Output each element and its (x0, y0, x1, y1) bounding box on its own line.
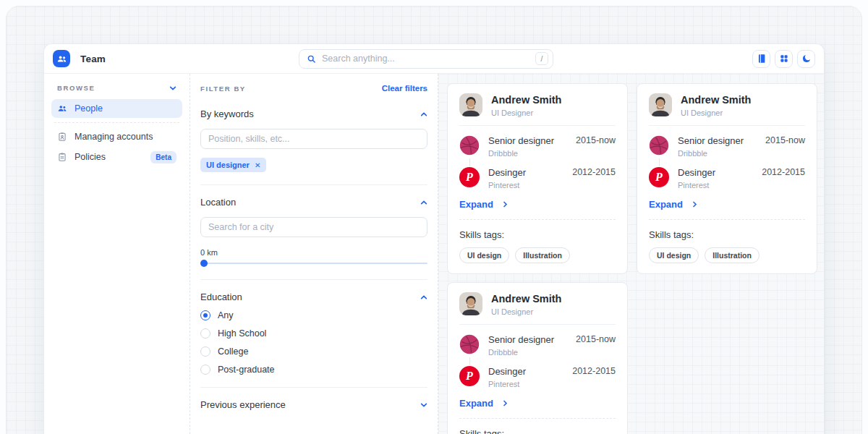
pinterest-icon: P (459, 366, 480, 386)
chevron-right-icon (502, 400, 509, 407)
skill-tag[interactable]: UI design (459, 247, 509, 263)
education-option-post-graduate[interactable]: Post-graduate (200, 365, 427, 375)
card-divider (459, 418, 616, 419)
timeline-entry: P Desinger Pinterest 2012-2015 (649, 167, 805, 190)
person-role: UI Designer (491, 109, 561, 117)
sidebar-section-header[interactable]: BROWSE (51, 84, 182, 99)
avatar (459, 93, 482, 116)
slider-thumb[interactable] (200, 260, 208, 267)
radio-selected-icon[interactable] (200, 310, 210, 320)
position-title: Desinger (678, 167, 715, 178)
position-title: Senior designer (678, 135, 744, 146)
period: 2015-now (576, 334, 616, 344)
avatar (459, 292, 482, 315)
keyword-tag-label: UI designer (206, 161, 250, 169)
search-bar[interactable]: / (299, 49, 553, 69)
company-name: Pinterest (488, 181, 526, 190)
clear-filters-link[interactable]: Clear filters (382, 84, 427, 93)
book-button[interactable] (752, 50, 770, 68)
position-title: Desinger (488, 167, 526, 178)
expand-button[interactable]: Expand (459, 398, 616, 409)
id-badge-icon (57, 132, 67, 142)
sidebar-item-label: Managing accounts (75, 132, 153, 142)
radio-icon[interactable] (200, 365, 210, 375)
chevron-up-icon (420, 111, 427, 118)
slider-track[interactable] (200, 263, 427, 264)
section-divider (200, 184, 427, 185)
sidebar-item-label: Policies (75, 152, 106, 162)
company-name: Pinterest (678, 181, 715, 190)
experience-label: Previous experience (200, 399, 286, 410)
skills-tags-label: Skills tags: (459, 229, 616, 240)
timeline-entry: P Desinger Pinterest 2012-2015 (459, 167, 616, 190)
person-card[interactable]: Andrew Smith UI Designer Senior designer… (447, 282, 628, 434)
sidebar-item-people[interactable]: People (51, 99, 182, 118)
city-search-input[interactable] (200, 217, 427, 237)
period: 2012-2015 (572, 167, 616, 177)
skill-tag[interactable]: Illustration (515, 247, 570, 263)
company-name: Dribbble (488, 149, 554, 158)
section-divider (200, 279, 427, 280)
skill-tag[interactable]: UI design (649, 247, 699, 263)
clipboard-icon (57, 152, 67, 162)
education-option-college[interactable]: College (200, 346, 427, 357)
sidebar: BROWSE People (44, 74, 190, 434)
person-card[interactable]: Andrew Smith UI Designer Senior designer… (447, 83, 628, 274)
browse-label: BROWSE (57, 84, 95, 92)
keyword-tag[interactable]: UI designer ✕ (200, 158, 266, 172)
search-input[interactable] (322, 54, 535, 64)
card-divider (459, 219, 616, 220)
filter-by-label: FILTER BY (200, 85, 246, 93)
distance-value-label: 0 km (200, 248, 427, 257)
header-actions (752, 50, 815, 68)
education-section-header[interactable]: Education (200, 292, 427, 302)
person-card[interactable]: Andrew Smith UI Designer Senior designer… (637, 83, 817, 274)
beta-badge: Beta (150, 151, 176, 163)
location-section-header[interactable]: Location (200, 197, 427, 208)
period: 2015-now (765, 135, 805, 145)
person-role: UI Designer (491, 307, 561, 316)
sidebar-item-label: People (75, 103, 103, 114)
app-logo (53, 50, 70, 67)
expand-button[interactable]: Expand (459, 199, 616, 210)
timeline-entry: Senior designer Dribbble 2015-now (459, 135, 616, 158)
expand-button[interactable]: Expand (649, 199, 805, 210)
position-title: Senior designer (488, 135, 554, 146)
education-option-any[interactable]: Any (200, 310, 427, 320)
remove-tag-icon[interactable]: ✕ (255, 161, 260, 169)
dribbble-icon (459, 334, 480, 354)
position-title: Senior designer (488, 334, 554, 345)
company-name: Dribbble (678, 149, 744, 158)
chevron-up-icon (420, 199, 427, 206)
search-shortcut-key: / (535, 52, 548, 65)
period: 2012-2015 (572, 366, 616, 376)
search-icon (307, 54, 316, 64)
distance-slider[interactable] (200, 260, 427, 267)
period: 2012-2015 (762, 167, 805, 177)
avatar (649, 93, 672, 116)
keywords-section-header[interactable]: By keywords (200, 109, 427, 119)
person-name: Andrew Smith (681, 94, 751, 106)
sidebar-item-managing-accounts[interactable]: Managing accounts (51, 127, 182, 146)
radio-icon[interactable] (200, 346, 210, 357)
experience-section-header[interactable]: Previous experience (200, 399, 427, 410)
radio-icon[interactable] (200, 328, 210, 339)
dark-mode-button[interactable] (797, 50, 815, 68)
dribbble-icon (649, 135, 669, 156)
sidebar-item-policies[interactable]: Policies Beta (51, 148, 182, 166)
education-option-high-school[interactable]: High School (200, 328, 427, 339)
period: 2015-now (576, 135, 616, 145)
skill-tag[interactable]: Illustration (705, 247, 760, 263)
app-header: Team / (44, 44, 824, 74)
page-title: Team (80, 54, 106, 64)
chevron-right-icon (692, 201, 698, 208)
section-divider (200, 387, 427, 388)
apps-grid-button[interactable] (775, 50, 793, 68)
chevron-up-icon (420, 294, 427, 301)
moon-icon (801, 54, 812, 64)
keywords-label: By keywords (200, 109, 254, 119)
chevron-down-icon (169, 85, 176, 92)
timeline-entry: Senior designer Dribbble 2015-now (459, 334, 616, 357)
skills-tags-label: Skills tags: (649, 229, 805, 240)
keywords-input[interactable] (200, 129, 427, 149)
